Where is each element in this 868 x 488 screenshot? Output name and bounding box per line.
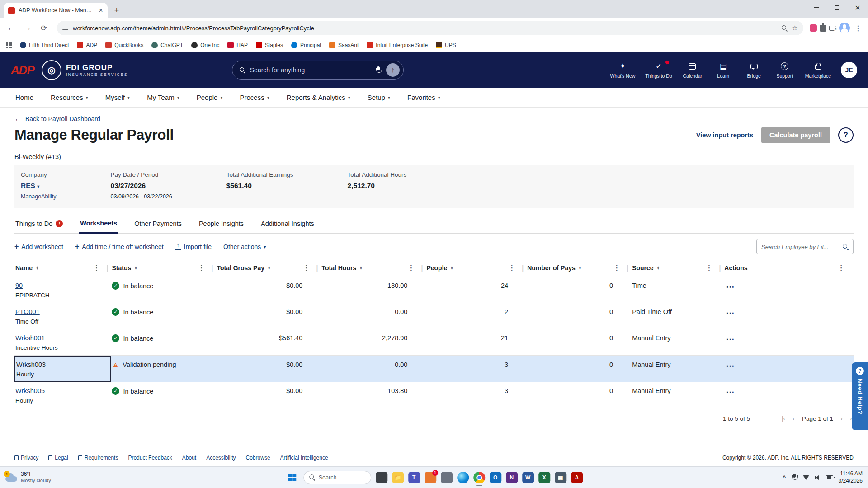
marketplace-button[interactable]: Marketplace (805, 62, 831, 79)
sort-icon[interactable]: ▲▼ (36, 266, 38, 270)
site-settings-icon[interactable] (62, 26, 68, 31)
tab-additional-insights[interactable]: Additional Insights (260, 215, 315, 233)
nav-item-myself[interactable]: Myself▾ (105, 94, 130, 101)
sort-icon[interactable]: ▲▼ (268, 266, 270, 270)
company-select[interactable]: RES (21, 182, 35, 189)
column-menu-icon[interactable]: ⋮ (301, 263, 312, 272)
file-explorer-icon[interactable]: 📁 (392, 472, 404, 483)
worksheet-link[interactable]: Wrksh005 (15, 387, 45, 394)
footer-link-artificial-intelligence[interactable]: Artificial Intelligence (280, 455, 328, 461)
column-header-number-of-pays[interactable]: Number of Pays▲▼⋮| (526, 259, 631, 277)
start-button[interactable] (285, 471, 299, 484)
refresh-button[interactable]: ⟳ (37, 21, 51, 35)
column-menu-icon[interactable]: ⋮ (506, 263, 517, 272)
bookmark-item[interactable]: ADP (77, 42, 97, 48)
outlook-icon[interactable]: O (490, 472, 501, 483)
bookmark-item[interactable]: SaasAnt (329, 42, 359, 48)
calculate-payroll-button[interactable]: Calculate payroll (761, 127, 830, 143)
row-actions-button[interactable]: ⋯ (724, 335, 735, 344)
things-to-do-button[interactable]: ✓Things to Do (645, 62, 672, 79)
column-menu-icon[interactable]: ⋮ (91, 263, 102, 272)
maximize-button[interactable] (826, 0, 847, 15)
calculator-icon[interactable]: ▦ (555, 472, 566, 483)
next-page-button[interactable]: › (840, 415, 843, 422)
nav-item-people[interactable]: People▾ (197, 94, 223, 101)
employee-search-input[interactable] (761, 244, 839, 250)
worksheet-link[interactable]: 90 (15, 282, 23, 289)
other-actions-dropdown[interactable]: Other actions▾ (223, 243, 266, 250)
employee-search[interactable] (756, 239, 854, 254)
tab-other-payments[interactable]: Other Payments (133, 215, 183, 233)
column-menu-icon[interactable]: ⋮ (196, 263, 207, 272)
nav-item-my-team[interactable]: My Team▾ (147, 94, 179, 101)
bookmark-item[interactable]: HAP (227, 42, 248, 48)
bookmark-star-icon[interactable]: ☆ (792, 24, 798, 32)
bookmark-item[interactable]: QuickBooks (105, 42, 143, 48)
tab-worksheets[interactable]: Worksheets (79, 215, 118, 234)
bookmark-item[interactable]: ChatGPT (151, 42, 183, 48)
bookmark-item[interactable]: Staples (256, 42, 283, 48)
wifi-icon[interactable] (803, 475, 809, 480)
taskbar-app-icon[interactable] (376, 472, 387, 483)
help-button[interactable]: ? (838, 127, 854, 143)
calendar-button[interactable]: Calendar (682, 62, 703, 79)
nav-item-process[interactable]: Process▾ (240, 94, 269, 101)
row-actions-button[interactable]: ⋯ (724, 388, 735, 397)
chrome-icon[interactable] (473, 472, 485, 483)
worksheet-link[interactable]: PTO001 (15, 308, 40, 315)
view-input-reports-link[interactable]: View input reports (696, 131, 753, 139)
footer-link-requirements[interactable]: Requirements (78, 455, 118, 461)
taskbar-search-input[interactable] (319, 474, 359, 481)
footer-link-about[interactable]: About (182, 455, 196, 461)
need-help-tab[interactable]: ? Need Help? (852, 362, 868, 430)
bookmark-item[interactable]: UPS (436, 42, 456, 48)
add-worksheet-button[interactable]: +Add worksheet (14, 243, 63, 251)
search-submit-button[interactable]: ↑ (386, 63, 400, 77)
column-header-source[interactable]: Source▲▼⋮| (631, 259, 723, 277)
global-search-input[interactable] (250, 66, 371, 74)
user-avatar[interactable]: JE (841, 62, 857, 78)
column-menu-icon[interactable]: ⋮ (703, 263, 714, 272)
column-header-status[interactable]: Status▲▼⋮| (111, 259, 216, 277)
excel-icon[interactable]: X (538, 472, 550, 483)
nav-item-favorites[interactable]: Favorites▾ (407, 94, 440, 101)
row-actions-button[interactable]: ⋯ (724, 361, 735, 371)
footer-link-legal[interactable]: Legal (48, 455, 68, 461)
bookmark-item[interactable]: Fifth Third Direct (20, 42, 69, 48)
sort-icon[interactable]: ▲▼ (450, 266, 453, 270)
browser-tab[interactable]: ADP Workforce Now - Manage ✕ (4, 3, 108, 18)
bookmark-item[interactable]: One Inc (191, 42, 219, 48)
column-menu-icon[interactable]: ⋮ (406, 263, 417, 272)
tab-close-icon[interactable]: ✕ (99, 7, 103, 14)
browser-menu-icon[interactable]: ⋮ (853, 24, 863, 33)
footer-link-privacy[interactable]: Privacy (14, 455, 38, 461)
column-header-gross-pay[interactable]: Total Gross Pay▲▼⋮| (216, 259, 321, 277)
browser-profile-avatar[interactable] (839, 23, 850, 33)
weather-widget[interactable]: 1 36°F Mostly cloudy (5, 471, 51, 484)
extension-icon[interactable] (810, 24, 817, 32)
forward-button[interactable]: → (21, 21, 34, 35)
extensions-puzzle-icon[interactable] (820, 25, 826, 32)
apps-grid-icon[interactable] (6, 42, 12, 48)
row-actions-button[interactable]: ⋯ (724, 282, 735, 291)
volume-icon[interactable] (815, 475, 821, 480)
manageability-link[interactable]: ManageAbility (21, 193, 57, 200)
sort-icon[interactable]: ▲▼ (359, 266, 362, 270)
tab-things-to-do[interactable]: Things to Do! (14, 215, 64, 233)
bookmark-item[interactable]: Principal (291, 42, 321, 48)
sort-icon[interactable]: ▲▼ (579, 266, 581, 270)
onenote-icon[interactable]: N (506, 472, 518, 483)
column-header-total-hours[interactable]: Total Hours▲▼⋮| (321, 259, 425, 277)
column-header-people[interactable]: People▲▼⋮| (425, 259, 526, 277)
learn-button[interactable]: ▤Learn (713, 62, 734, 79)
address-bar[interactable]: workforcenow.adp.com/theme/admin.html#/P… (57, 21, 803, 35)
back-button[interactable]: ← (5, 21, 18, 35)
support-button[interactable]: ?Support (774, 62, 795, 79)
table-row-selected[interactable]: Wrksh003Hourly ▲!Validation pending $0.0… (14, 356, 854, 382)
column-header-name[interactable]: Name▲▼⋮| (14, 259, 111, 277)
worksheet-link[interactable]: Wrksh001 (15, 334, 45, 342)
nav-item-home[interactable]: Home (15, 94, 33, 101)
row-actions-button[interactable]: ⋯ (724, 309, 735, 318)
whats-new-button[interactable]: ✦What's New (610, 62, 636, 79)
nav-item-resources[interactable]: Resources▾ (51, 94, 88, 101)
